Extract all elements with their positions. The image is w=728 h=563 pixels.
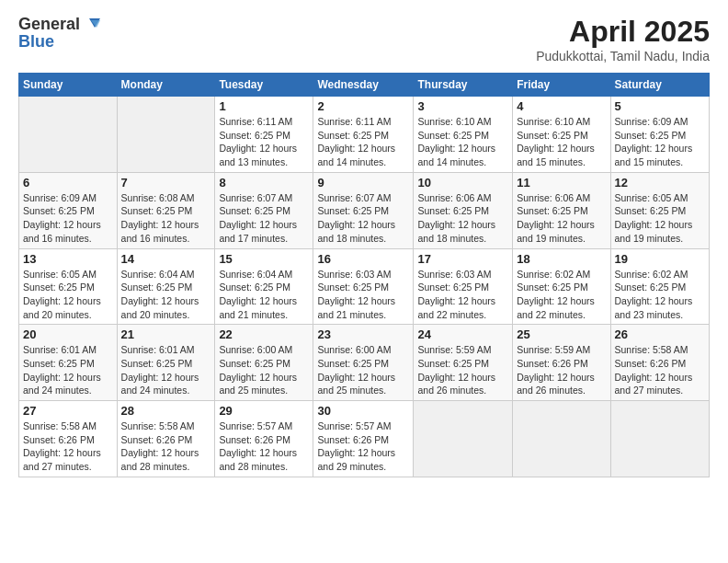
table-cell: 15Sunrise: 6:04 AMSunset: 6:25 PMDayligh… <box>215 248 313 325</box>
cell-info-text: Sunrise: 6:03 AMSunset: 6:25 PMDaylight:… <box>417 268 508 322</box>
cell-day-number: 10 <box>417 176 508 190</box>
cell-day-number: 22 <box>219 327 309 341</box>
calendar-header-row: SundayMondayTuesdayWednesdayThursdayFrid… <box>19 74 710 97</box>
cell-info-text: Sunrise: 5:58 AMSunset: 6:26 PMDaylight:… <box>121 419 211 474</box>
cell-day-number: 28 <box>121 404 211 418</box>
table-cell: 9Sunrise: 6:07 AMSunset: 6:25 PMDaylight… <box>313 172 414 248</box>
cell-info-text: Sunrise: 6:06 AMSunset: 6:25 PMDaylight:… <box>417 191 508 246</box>
table-cell: 20Sunrise: 6:01 AMSunset: 6:25 PMDayligh… <box>19 325 118 401</box>
cell-info-text: Sunrise: 6:03 AMSunset: 6:25 PMDaylight:… <box>317 268 409 322</box>
cell-info-text: Sunrise: 6:10 AMSunset: 6:25 PMDaylight:… <box>517 115 606 169</box>
table-cell <box>117 97 215 173</box>
table-cell: 18Sunrise: 6:02 AMSunset: 6:25 PMDayligh… <box>513 248 610 325</box>
col-header-wednesday: Wednesday <box>313 74 414 97</box>
cell-day-number: 3 <box>417 99 508 113</box>
week-row-2: 6Sunrise: 6:09 AMSunset: 6:25 PMDaylight… <box>19 172 710 248</box>
logo-blue-text: Blue <box>18 32 100 52</box>
table-cell: 3Sunrise: 6:10 AMSunset: 6:25 PMDaylight… <box>414 97 513 173</box>
calendar-subtitle: Pudukkottai, Tamil Nadu, India <box>536 49 710 63</box>
table-cell: 26Sunrise: 5:58 AMSunset: 6:26 PMDayligh… <box>610 325 709 401</box>
table-cell: 25Sunrise: 5:59 AMSunset: 6:26 PMDayligh… <box>513 325 610 401</box>
cell-day-number: 6 <box>23 176 113 190</box>
cell-info-text: Sunrise: 6:00 AMSunset: 6:25 PMDaylight:… <box>219 343 309 397</box>
cell-day-number: 18 <box>517 252 606 266</box>
col-header-friday: Friday <box>513 74 610 97</box>
table-cell: 29Sunrise: 5:57 AMSunset: 6:26 PMDayligh… <box>215 401 313 477</box>
table-cell <box>513 401 610 477</box>
cell-day-number: 14 <box>121 252 211 266</box>
table-cell: 1Sunrise: 6:11 AMSunset: 6:25 PMDaylight… <box>215 97 313 173</box>
cell-info-text: Sunrise: 5:58 AMSunset: 6:26 PMDaylight:… <box>615 343 705 397</box>
cell-day-number: 1 <box>219 99 309 113</box>
week-row-5: 27Sunrise: 5:58 AMSunset: 6:26 PMDayligh… <box>19 401 710 477</box>
table-cell: 4Sunrise: 6:10 AMSunset: 6:25 PMDaylight… <box>513 97 610 173</box>
cell-info-text: Sunrise: 6:05 AMSunset: 6:25 PMDaylight:… <box>23 268 113 322</box>
table-cell: 22Sunrise: 6:00 AMSunset: 6:25 PMDayligh… <box>215 325 313 401</box>
cell-info-text: Sunrise: 6:07 AMSunset: 6:25 PMDaylight:… <box>219 191 309 246</box>
table-cell: 30Sunrise: 5:57 AMSunset: 6:26 PMDayligh… <box>313 401 414 477</box>
table-cell <box>19 97 118 173</box>
cell-day-number: 13 <box>23 252 113 266</box>
table-cell: 19Sunrise: 6:02 AMSunset: 6:25 PMDayligh… <box>610 248 709 325</box>
cell-info-text: Sunrise: 6:01 AMSunset: 6:25 PMDaylight:… <box>121 343 211 397</box>
logo-general-text: General <box>18 15 80 34</box>
cell-info-text: Sunrise: 5:59 AMSunset: 6:25 PMDaylight:… <box>417 343 508 397</box>
cell-day-number: 24 <box>417 327 508 341</box>
cell-day-number: 29 <box>219 404 309 418</box>
cell-day-number: 17 <box>417 252 508 266</box>
logo-icon <box>82 15 100 33</box>
header: General Blue April 2025 Pudukkottai, Tam… <box>18 15 710 63</box>
cell-day-number: 21 <box>121 327 211 341</box>
table-cell: 23Sunrise: 6:00 AMSunset: 6:25 PMDayligh… <box>313 325 414 401</box>
cell-info-text: Sunrise: 6:10 AMSunset: 6:25 PMDaylight:… <box>417 115 508 169</box>
cell-info-text: Sunrise: 6:11 AMSunset: 6:25 PMDaylight:… <box>317 115 409 169</box>
logo: General Blue <box>18 15 100 52</box>
week-row-4: 20Sunrise: 6:01 AMSunset: 6:25 PMDayligh… <box>19 325 710 401</box>
table-cell: 24Sunrise: 5:59 AMSunset: 6:25 PMDayligh… <box>414 325 513 401</box>
cell-info-text: Sunrise: 6:09 AMSunset: 6:25 PMDaylight:… <box>615 115 705 169</box>
cell-info-text: Sunrise: 6:02 AMSunset: 6:25 PMDaylight:… <box>615 268 705 322</box>
calendar-title: April 2025 <box>536 15 710 49</box>
col-header-sunday: Sunday <box>19 74 118 97</box>
cell-info-text: Sunrise: 5:57 AMSunset: 6:26 PMDaylight:… <box>219 419 309 474</box>
cell-day-number: 30 <box>317 404 409 418</box>
cell-day-number: 9 <box>317 176 409 190</box>
col-header-saturday: Saturday <box>610 74 709 97</box>
cell-day-number: 16 <box>317 252 409 266</box>
table-cell: 8Sunrise: 6:07 AMSunset: 6:25 PMDaylight… <box>215 172 313 248</box>
table-cell: 17Sunrise: 6:03 AMSunset: 6:25 PMDayligh… <box>414 248 513 325</box>
cell-info-text: Sunrise: 6:11 AMSunset: 6:25 PMDaylight:… <box>219 115 309 169</box>
cell-day-number: 20 <box>23 327 113 341</box>
cell-day-number: 12 <box>615 176 705 190</box>
cell-info-text: Sunrise: 5:57 AMSunset: 6:26 PMDaylight:… <box>317 419 409 474</box>
cell-info-text: Sunrise: 6:00 AMSunset: 6:25 PMDaylight:… <box>317 343 409 397</box>
cell-day-number: 7 <box>121 176 211 190</box>
cell-day-number: 11 <box>517 176 606 190</box>
cell-info-text: Sunrise: 5:58 AMSunset: 6:26 PMDaylight:… <box>23 419 113 474</box>
cell-day-number: 2 <box>317 99 409 113</box>
svg-marker-1 <box>91 20 100 28</box>
page: General Blue April 2025 Pudukkottai, Tam… <box>0 0 728 563</box>
cell-info-text: Sunrise: 6:04 AMSunset: 6:25 PMDaylight:… <box>121 268 211 322</box>
cell-day-number: 23 <box>317 327 409 341</box>
cell-info-text: Sunrise: 6:04 AMSunset: 6:25 PMDaylight:… <box>219 268 309 322</box>
cell-info-text: Sunrise: 6:01 AMSunset: 6:25 PMDaylight:… <box>23 343 113 397</box>
col-header-thursday: Thursday <box>414 74 513 97</box>
cell-day-number: 5 <box>615 99 705 113</box>
table-cell: 11Sunrise: 6:06 AMSunset: 6:25 PMDayligh… <box>513 172 610 248</box>
week-row-1: 1Sunrise: 6:11 AMSunset: 6:25 PMDaylight… <box>19 97 710 173</box>
cell-day-number: 15 <box>219 252 309 266</box>
cell-day-number: 26 <box>615 327 705 341</box>
table-cell: 21Sunrise: 6:01 AMSunset: 6:25 PMDayligh… <box>117 325 215 401</box>
table-cell <box>414 401 513 477</box>
title-block: April 2025 Pudukkottai, Tamil Nadu, Indi… <box>536 15 710 63</box>
table-cell: 13Sunrise: 6:05 AMSunset: 6:25 PMDayligh… <box>19 248 118 325</box>
table-cell: 10Sunrise: 6:06 AMSunset: 6:25 PMDayligh… <box>414 172 513 248</box>
table-cell: 6Sunrise: 6:09 AMSunset: 6:25 PMDaylight… <box>19 172 118 248</box>
table-cell: 28Sunrise: 5:58 AMSunset: 6:26 PMDayligh… <box>117 401 215 477</box>
table-cell: 14Sunrise: 6:04 AMSunset: 6:25 PMDayligh… <box>117 248 215 325</box>
cell-day-number: 4 <box>517 99 606 113</box>
cell-day-number: 25 <box>517 327 606 341</box>
cell-info-text: Sunrise: 6:07 AMSunset: 6:25 PMDaylight:… <box>317 191 409 246</box>
table-cell: 12Sunrise: 6:05 AMSunset: 6:25 PMDayligh… <box>610 172 709 248</box>
